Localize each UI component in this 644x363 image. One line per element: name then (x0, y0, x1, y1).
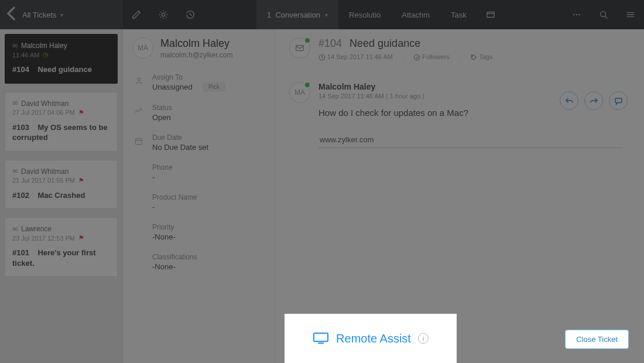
conversation-subject: Need guidance (350, 37, 420, 49)
svg-rect-8 (296, 46, 304, 51)
ticket-card[interactable]: ✉ David Whitman 21 Jul 2017 01:55 PM ⚑ #… (5, 160, 118, 210)
assign-to-label: Assign To (152, 73, 225, 81)
status-value: Open (152, 113, 172, 122)
conversation-count: 1 (267, 11, 271, 19)
pick-button[interactable]: Pick (203, 83, 225, 91)
remote-assist-button[interactable]: Remote Assist i (285, 314, 457, 363)
assignee-icon (132, 74, 145, 87)
ticket-time: 23 Jul 2017 12:53 PM (12, 235, 75, 242)
svg-point-0 (162, 13, 165, 16)
reply-button[interactable] (560, 91, 578, 110)
conversation-timestamp: 14 Sep 2017 11:46 AM (318, 53, 393, 61)
status-label: Status (152, 104, 172, 112)
app-root: All Tickets ▾ 1 Conversation ▾ Resolutio… (0, 0, 644, 363)
svg-rect-12 (615, 98, 621, 102)
forward-button[interactable] (584, 91, 603, 110)
topbar-mid-section: 1 Conversation ▾ Resolutio Attachm Task (123, 0, 563, 29)
ticket-id: #102 (12, 191, 29, 200)
svg-point-2 (573, 14, 575, 16)
topbar-left-section: All Tickets ▾ (0, 0, 123, 29)
priority-flag-icon: ⚑ (78, 177, 84, 184)
conversation-panel: #104 Need guidance 14 Sep 2017 11:46 AM … (275, 29, 644, 363)
back-button[interactable] (5, 6, 19, 23)
ticket-properties-panel: MA Malcolm Haley malcolm.h@zylker.com As… (123, 29, 275, 363)
classifications-value: -None- (152, 262, 197, 271)
contact-name: Malcolm Haley (160, 37, 233, 50)
phone-label: Phone (152, 163, 173, 172)
status-icon (132, 105, 145, 118)
ticket-card[interactable]: ✉ David Whitman 27 Jul 2017 04:06 PM ⚑ #… (5, 92, 118, 152)
topbar: All Tickets ▾ 1 Conversation ▾ Resolutio… (0, 0, 644, 29)
svg-point-10 (414, 54, 419, 60)
caret-down-icon: ▾ (60, 12, 63, 18)
tab-resolution[interactable]: Resolutio (338, 0, 391, 29)
svg-point-4 (578, 14, 580, 16)
idea-icon[interactable] (150, 0, 177, 29)
followers-link[interactable]: Followers (413, 53, 450, 61)
conversation-ticket-id: #104 (318, 37, 342, 49)
columns: ✉ Malcolm Haley 11:46 AM ◷ #104 Need gui… (0, 29, 644, 363)
ticket-contact-name: David Whitman (21, 167, 68, 176)
overdue-clock-icon: ◷ (43, 51, 49, 59)
tab-more-icon[interactable] (477, 0, 504, 29)
ticket-id: #101 (12, 248, 29, 257)
comment-button[interactable] (609, 91, 628, 110)
url-input[interactable] (318, 132, 623, 148)
ticket-time: 11:46 AM (12, 52, 39, 59)
conversation-label: Conversation (275, 11, 320, 19)
ticket-list: ✉ Malcolm Haley 11:46 AM ◷ #104 Need gui… (0, 29, 123, 363)
tags-link[interactable]: Tags (470, 53, 492, 61)
edit-icon[interactable] (123, 0, 150, 29)
ticket-contact-name: Lawrence (21, 225, 52, 233)
monitor-icon (313, 332, 329, 345)
svg-rect-1 (487, 12, 494, 18)
due-date-icon (132, 135, 145, 148)
svg-point-3 (576, 14, 578, 16)
envelope-icon: ✉ (12, 100, 18, 107)
caret-down-icon: ▾ (325, 12, 328, 18)
product-value: - (152, 203, 197, 211)
reply-actions (560, 91, 628, 110)
envelope-icon: ✉ (12, 42, 18, 50)
message-author: Malcolm Haley (318, 82, 468, 91)
classifications-label: Classifications (152, 253, 197, 261)
history-icon[interactable] (177, 0, 204, 29)
tab-attachment[interactable]: Attachm (391, 0, 440, 29)
status-badge-icon (304, 81, 311, 88)
svg-point-5 (601, 12, 606, 17)
close-ticket-button[interactable]: Close Ticket (565, 330, 629, 349)
avatar-initials: MA (294, 88, 305, 97)
topbar-right-section (563, 0, 644, 29)
ticket-contact-name: Malcolm Haley (21, 42, 67, 50)
svg-rect-7 (135, 139, 142, 145)
info-icon[interactable]: i (418, 333, 429, 344)
svg-point-11 (472, 56, 472, 56)
priority-label: Priority (152, 223, 176, 231)
ticket-filter-label[interactable]: All Tickets (22, 11, 57, 19)
ticket-card[interactable]: ✉ Malcolm Haley 11:46 AM ◷ #104 Need gui… (5, 34, 118, 84)
svg-rect-14 (318, 343, 324, 344)
priority-value: -None- (152, 232, 176, 241)
svg-point-6 (138, 78, 141, 81)
priority-flag-icon: ⚑ (78, 234, 84, 242)
priority-flag-icon: ⚑ (78, 109, 84, 117)
separator: . (402, 54, 404, 61)
status-badge-icon (304, 37, 311, 44)
ticket-contact-name: David Whitman (21, 100, 68, 108)
remote-assist-label: Remote Assist (336, 332, 411, 345)
more-actions-icon[interactable] (563, 0, 590, 29)
menu-icon[interactable] (617, 0, 644, 29)
due-date-value: No Due Date set (152, 143, 208, 152)
contact-avatar: MA (132, 37, 153, 59)
search-icon[interactable] (590, 0, 617, 29)
tab-task[interactable]: Task (440, 0, 477, 29)
separator: . (459, 54, 461, 61)
ticket-subject: Mac Crashed (37, 191, 85, 200)
ticket-subject: Need guidance (37, 65, 91, 74)
product-label: Product Name (152, 193, 197, 201)
ticket-time: 21 Jul 2017 01:55 PM (12, 177, 75, 184)
ticket-card[interactable]: ✉ Lawrence 23 Jul 2017 12:53 PM ⚑ #101 H… (5, 217, 118, 277)
phone-value: - (152, 173, 173, 182)
svg-rect-13 (314, 333, 328, 341)
tab-conversation[interactable]: 1 Conversation ▾ (256, 0, 338, 29)
